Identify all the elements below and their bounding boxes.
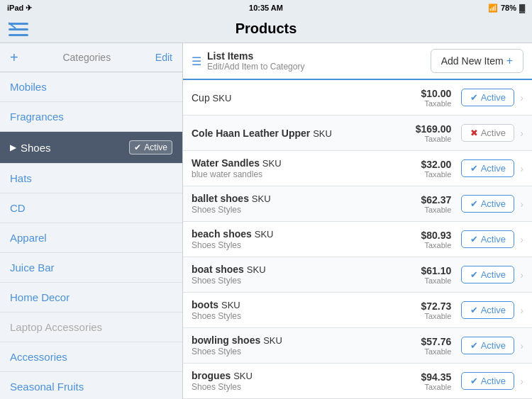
item-name-bold: bowling shoes — [192, 335, 260, 346]
item-active-toggle[interactable]: ✔ Active — [461, 266, 514, 283]
item-amount: $80.93 — [401, 230, 451, 241]
active-label: Active — [481, 198, 506, 209]
sidebar-item-seasonal-fruits[interactable]: Seasonal Fruits — [0, 372, 182, 399]
item-amount: $169.00 — [401, 123, 451, 135]
item-taxable: Taxable — [401, 99, 451, 108]
sidebar-item-label: Fragrances — [10, 111, 64, 123]
battery-label: 78% — [501, 4, 516, 12]
item-active-toggle[interactable]: ✔ Active — [461, 195, 514, 213]
item-active-toggle[interactable]: ✔ Active — [461, 230, 514, 248]
item-name-bold: ballet shoes — [192, 193, 249, 204]
item-price: $61.10 Taxable — [401, 265, 451, 285]
active-label: Active — [481, 376, 506, 386]
item-price: $62.37 Taxable — [401, 194, 451, 214]
item-chevron-icon[interactable]: › — [520, 234, 523, 245]
item-chevron-icon[interactable]: › — [520, 269, 523, 281]
item-info: ballet shoes SKU Shoes Styles — [192, 193, 401, 215]
sidebar-item-fragrances[interactable]: Fragrances — [0, 102, 182, 132]
sidebar-item-accessories[interactable]: Accessories — [0, 342, 182, 372]
item-sku-label: SKU — [252, 193, 271, 204]
active-label: Active — [481, 234, 506, 245]
add-new-item-label: Add New Item — [441, 55, 504, 67]
item-name-bold: brogues — [192, 370, 231, 381]
list-items-text-block: List Items Edit/Add Item to Category — [207, 50, 304, 72]
item-name: Cole Haan Leather Upper SKU — [192, 128, 401, 139]
item-name: ballet shoes SKU — [192, 193, 401, 204]
item-chevron-icon[interactable]: › — [520, 92, 523, 103]
item-sku-label: SKU — [221, 300, 240, 310]
table-row: Water Sandles SKU blue water sandles $32… — [183, 151, 532, 186]
sidebar-item-home-decor[interactable]: Home Decor — [0, 283, 182, 313]
item-sku-label: SKU — [247, 264, 266, 275]
table-row: ballet shoes SKU Shoes Styles $62.37 Tax… — [183, 186, 532, 222]
item-chevron-icon[interactable]: › — [520, 198, 523, 210]
item-active-toggle[interactable]: ✔ Active — [461, 337, 514, 354]
sidebar-item-mobiles[interactable]: Mobiles — [0, 72, 182, 102]
sidebar-item-label: CD — [10, 202, 26, 214]
item-sub-label: Shoes Styles — [192, 205, 401, 215]
sidebar-item-label: Seasonal Fruits — [10, 381, 84, 393]
sidebar-item-shoes[interactable]: ▶Shoes✔ Active — [0, 132, 182, 164]
status-right: 📶 78% ▓ — [488, 4, 525, 13]
active-label: Active — [481, 92, 506, 103]
item-price: $80.93 Taxable — [401, 230, 451, 249]
sidebar-item-hats[interactable]: Hats — [0, 164, 182, 193]
item-sku-label: SKU — [233, 371, 253, 381]
sidebar-edit-button[interactable]: Edit — [155, 52, 172, 63]
item-active-toggle[interactable]: ✔ Active — [461, 301, 514, 319]
sidebar-add-button[interactable]: + — [10, 50, 18, 64]
item-amount: $10.00 — [401, 88, 451, 99]
sidebar-item-apparel[interactable]: Apparel — [0, 223, 182, 253]
list-items-sub: Edit/Add Item to Category — [207, 62, 304, 72]
item-sub-label: Shoes Styles — [192, 382, 401, 392]
item-amount: $57.76 — [401, 336, 451, 347]
add-new-item-button[interactable]: Add New Item + — [431, 49, 523, 73]
table-row: Cup SKU $10.00 Taxable ✔ Active › — [183, 80, 532, 116]
item-active-toggle[interactable]: ✔ Active — [461, 89, 514, 106]
sidebar-item-cd[interactable]: CD — [0, 193, 182, 223]
item-active-toggle[interactable]: ✔ Active — [461, 372, 514, 390]
sidebar-header: + Categories Edit — [0, 43, 182, 72]
list-items-title: List Items — [207, 50, 304, 62]
active-label: Active — [481, 340, 506, 351]
sidebar-item-juice-bar[interactable]: Juice Bar — [0, 253, 182, 283]
item-info: Water Sandles SKU blue water sandles — [192, 157, 401, 179]
item-chevron-icon[interactable]: › — [520, 340, 523, 352]
sidebar-item-label: Accessories — [10, 351, 67, 363]
item-sku-label: SKU — [255, 229, 274, 240]
item-chevron-icon[interactable]: › — [520, 163, 523, 174]
page-title: Products — [235, 21, 297, 37]
item-price: $10.00 Taxable — [401, 88, 451, 108]
check-icon: ✔ — [134, 142, 141, 152]
item-info: bowling shoes SKU Shoes Styles — [192, 335, 401, 356]
item-price: $57.76 Taxable — [401, 336, 451, 356]
items-list: Cup SKU $10.00 Taxable ✔ Active › Cole H… — [183, 80, 532, 399]
main-container: + Categories Edit MobilesFragrances▶Shoe… — [0, 43, 532, 399]
ipad-label: iPad ✈ — [7, 4, 32, 13]
right-panel: ☰ List Items Edit/Add Item to Category A… — [183, 43, 532, 399]
active-check-icon: ✔ — [470, 163, 478, 174]
item-active-toggle[interactable]: ✔ Active — [461, 159, 514, 177]
item-taxable: Taxable — [401, 347, 451, 356]
menu-icon[interactable] — [9, 21, 28, 37]
active-check-icon: ✔ — [470, 305, 478, 315]
sidebar-item-label: Shoes — [21, 142, 129, 154]
item-name-bold: Cole Haan Leather Upper — [192, 128, 310, 139]
sidebar-item-label: Hats — [10, 172, 32, 184]
table-row: brogues SKU Shoes Styles $94.35 Taxable … — [183, 364, 532, 399]
item-chevron-icon[interactable]: › — [520, 376, 523, 387]
sidebar-item-laptop-accessories[interactable]: Laptop Accessories — [0, 313, 182, 342]
svg-rect-1 — [9, 28, 28, 30]
active-label: Active — [481, 269, 506, 280]
item-name: brogues SKU — [192, 370, 401, 381]
bluetooth-icon: 📶 — [488, 4, 498, 13]
item-chevron-icon[interactable]: › — [520, 128, 523, 139]
item-taxable: Taxable — [401, 312, 451, 320]
item-active-toggle[interactable]: ✖ Active — [461, 124, 514, 142]
item-sub-label: Shoes Styles — [192, 311, 401, 321]
active-label: Active — [481, 305, 506, 315]
sidebar-item-label: Home Decor — [10, 291, 70, 303]
item-chevron-icon[interactable]: › — [520, 305, 523, 316]
item-price: $32.00 Taxable — [401, 159, 451, 179]
plus-icon: + — [506, 55, 513, 67]
